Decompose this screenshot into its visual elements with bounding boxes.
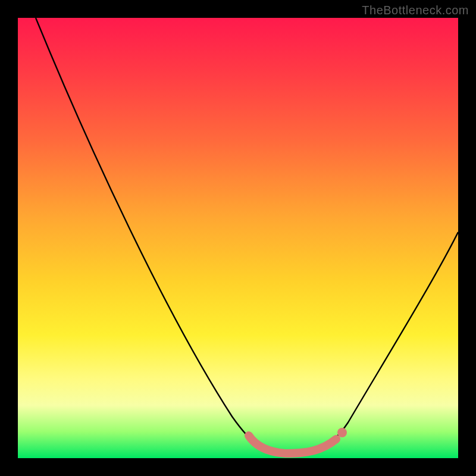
plot-area xyxy=(18,18,458,458)
watermark-text: TheBottleneck.com xyxy=(362,4,469,17)
highlight-min xyxy=(249,436,336,453)
curve-layer xyxy=(18,18,458,458)
chart-frame: TheBottleneck.com xyxy=(0,0,476,476)
highlight-dot xyxy=(337,428,347,437)
bottleneck-curve xyxy=(36,18,458,455)
